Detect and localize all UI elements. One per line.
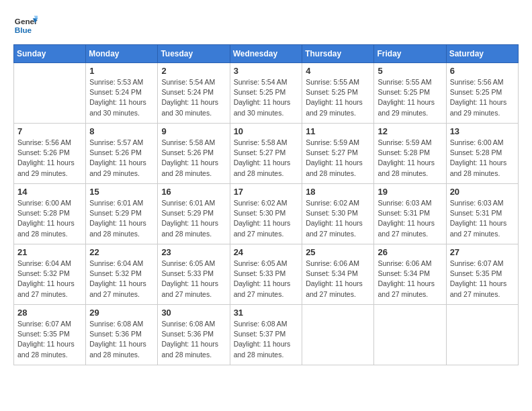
day-number: 16 — [161, 187, 226, 197]
sunrise-text: Sunrise: 6:05 AM — [234, 259, 299, 269]
sunset-text: Sunset: 5:31 PM — [378, 208, 442, 218]
sunset-text: Sunset: 5:25 PM — [378, 87, 442, 97]
day-info: Sunrise: 6:08 AMSunset: 5:36 PMDaylight:… — [161, 319, 226, 360]
daylight-text: Daylight: 11 hours and 28 minutes. — [161, 339, 226, 359]
day-number: 2 — [161, 66, 226, 76]
sunset-text: Sunset: 5:25 PM — [234, 87, 299, 97]
calendar-cell: 5Sunrise: 5:55 AMSunset: 5:25 PMDaylight… — [374, 63, 446, 124]
daylight-text: Daylight: 11 hours and 28 minutes. — [89, 218, 154, 238]
day-info: Sunrise: 6:02 AMSunset: 5:30 PMDaylight:… — [306, 198, 370, 239]
day-number: 9 — [161, 126, 226, 136]
day-number: 17 — [234, 187, 299, 197]
day-number: 26 — [378, 247, 442, 257]
daylight-text: Daylight: 11 hours and 27 minutes. — [306, 218, 370, 238]
calendar-cell: 10Sunrise: 5:58 AMSunset: 5:27 PMDayligh… — [230, 124, 302, 184]
day-number: 27 — [450, 247, 515, 257]
day-info: Sunrise: 5:59 AMSunset: 5:28 PMDaylight:… — [378, 138, 442, 179]
day-number: 11 — [306, 126, 370, 136]
calendar-cell: 31Sunrise: 6:08 AMSunset: 5:37 PMDayligh… — [230, 305, 302, 365]
sunrise-text: Sunrise: 6:06 AM — [306, 259, 370, 269]
sunset-text: Sunset: 5:32 PM — [17, 269, 82, 279]
logo-icon: General Blue — [13, 13, 38, 38]
day-number: 29 — [89, 308, 154, 318]
day-number: 10 — [234, 126, 299, 136]
day-info: Sunrise: 6:06 AMSunset: 5:34 PMDaylight:… — [378, 259, 442, 300]
daylight-text: Daylight: 11 hours and 28 minutes. — [234, 158, 299, 178]
day-number: 24 — [234, 247, 299, 257]
calendar-cell: 22Sunrise: 6:04 AMSunset: 5:32 PMDayligh… — [86, 244, 158, 305]
day-info: Sunrise: 5:59 AMSunset: 5:27 PMDaylight:… — [306, 138, 370, 179]
calendar-header-thursday: Thursday — [302, 45, 374, 63]
calendar-header-friday: Friday — [374, 45, 446, 63]
daylight-text: Daylight: 11 hours and 27 minutes. — [450, 218, 515, 238]
calendar-cell: 15Sunrise: 6:01 AMSunset: 5:29 PMDayligh… — [86, 184, 158, 244]
daylight-text: Daylight: 11 hours and 30 minutes. — [161, 97, 226, 118]
calendar-cell: 19Sunrise: 6:03 AMSunset: 5:31 PMDayligh… — [374, 184, 446, 244]
calendar-cell: 3Sunrise: 5:54 AMSunset: 5:25 PMDaylight… — [230, 63, 302, 124]
day-info: Sunrise: 5:55 AMSunset: 5:25 PMDaylight:… — [378, 77, 442, 118]
svg-text:General: General — [15, 17, 38, 26]
sunrise-text: Sunrise: 6:02 AM — [234, 198, 299, 208]
sunset-text: Sunset: 5:26 PM — [161, 148, 226, 158]
sunset-text: Sunset: 5:26 PM — [17, 148, 82, 158]
sunrise-text: Sunrise: 6:00 AM — [17, 198, 82, 208]
daylight-text: Daylight: 11 hours and 28 minutes. — [450, 158, 515, 178]
day-number: 28 — [17, 308, 82, 318]
sunset-text: Sunset: 5:34 PM — [378, 269, 442, 279]
day-info: Sunrise: 5:54 AMSunset: 5:25 PMDaylight:… — [234, 77, 299, 118]
calendar-header-saturday: Saturday — [446, 45, 518, 63]
calendar-cell: 2Sunrise: 5:54 AMSunset: 5:24 PMDaylight… — [158, 63, 230, 124]
day-info: Sunrise: 5:53 AMSunset: 5:24 PMDaylight:… — [89, 77, 154, 118]
day-info: Sunrise: 6:00 AMSunset: 5:28 PMDaylight:… — [450, 138, 515, 179]
week-row-4: 21Sunrise: 6:04 AMSunset: 5:32 PMDayligh… — [14, 244, 519, 305]
day-number: 20 — [450, 187, 515, 197]
day-info: Sunrise: 6:00 AMSunset: 5:28 PMDaylight:… — [17, 198, 82, 239]
sunrise-text: Sunrise: 6:06 AM — [378, 259, 442, 269]
daylight-text: Daylight: 11 hours and 28 minutes. — [17, 339, 82, 359]
calendar-cell: 30Sunrise: 6:08 AMSunset: 5:36 PMDayligh… — [158, 305, 230, 365]
sunrise-text: Sunrise: 5:54 AM — [161, 77, 226, 87]
sunset-text: Sunset: 5:36 PM — [161, 329, 226, 339]
day-number: 7 — [17, 126, 82, 136]
sunrise-text: Sunrise: 6:04 AM — [89, 259, 154, 269]
sunrise-text: Sunrise: 5:59 AM — [378, 138, 442, 148]
day-number: 1 — [89, 66, 154, 76]
calendar-cell: 25Sunrise: 6:06 AMSunset: 5:34 PMDayligh… — [302, 244, 374, 305]
calendar-table: SundayMondayTuesdayWednesdayThursdayFrid… — [13, 44, 519, 365]
daylight-text: Daylight: 11 hours and 27 minutes. — [378, 279, 442, 299]
day-number: 6 — [450, 66, 515, 76]
sunrise-text: Sunrise: 6:01 AM — [161, 198, 226, 208]
calendar-cell: 16Sunrise: 6:01 AMSunset: 5:29 PMDayligh… — [158, 184, 230, 244]
daylight-text: Daylight: 11 hours and 27 minutes. — [234, 218, 299, 238]
sunrise-text: Sunrise: 5:53 AM — [89, 77, 154, 87]
day-info: Sunrise: 5:57 AMSunset: 5:26 PMDaylight:… — [89, 138, 154, 179]
sunrise-text: Sunrise: 6:08 AM — [161, 319, 226, 329]
daylight-text: Daylight: 11 hours and 27 minutes. — [378, 218, 442, 238]
sunset-text: Sunset: 5:34 PM — [306, 269, 370, 279]
day-number: 13 — [450, 126, 515, 136]
sunrise-text: Sunrise: 6:08 AM — [89, 319, 154, 329]
day-number: 14 — [17, 187, 82, 197]
sunset-text: Sunset: 5:29 PM — [161, 208, 226, 218]
daylight-text: Daylight: 11 hours and 29 minutes. — [89, 158, 154, 178]
day-info: Sunrise: 6:05 AMSunset: 5:33 PMDaylight:… — [234, 259, 299, 300]
day-number: 30 — [161, 308, 226, 318]
calendar-cell: 13Sunrise: 6:00 AMSunset: 5:28 PMDayligh… — [446, 124, 518, 184]
day-info: Sunrise: 6:07 AMSunset: 5:35 PMDaylight:… — [17, 319, 82, 360]
sunset-text: Sunset: 5:28 PM — [450, 148, 515, 158]
sunrise-text: Sunrise: 6:03 AM — [378, 198, 442, 208]
calendar-header-sunday: Sunday — [14, 45, 86, 63]
day-info: Sunrise: 6:07 AMSunset: 5:35 PMDaylight:… — [450, 259, 515, 300]
day-number: 3 — [234, 66, 299, 76]
calendar-header-tuesday: Tuesday — [158, 45, 230, 63]
daylight-text: Daylight: 11 hours and 28 minutes. — [161, 158, 226, 178]
day-info: Sunrise: 6:01 AMSunset: 5:29 PMDaylight:… — [89, 198, 154, 239]
day-info: Sunrise: 5:56 AMSunset: 5:25 PMDaylight:… — [450, 77, 515, 118]
calendar-cell: 26Sunrise: 6:06 AMSunset: 5:34 PMDayligh… — [374, 244, 446, 305]
daylight-text: Daylight: 11 hours and 27 minutes. — [450, 279, 515, 299]
sunset-text: Sunset: 5:25 PM — [450, 87, 515, 97]
sunset-text: Sunset: 5:27 PM — [306, 148, 370, 158]
calendar-cell: 6Sunrise: 5:56 AMSunset: 5:25 PMDaylight… — [446, 63, 518, 124]
day-number: 25 — [306, 247, 370, 257]
calendar-cell: 7Sunrise: 5:56 AMSunset: 5:26 PMDaylight… — [14, 124, 86, 184]
